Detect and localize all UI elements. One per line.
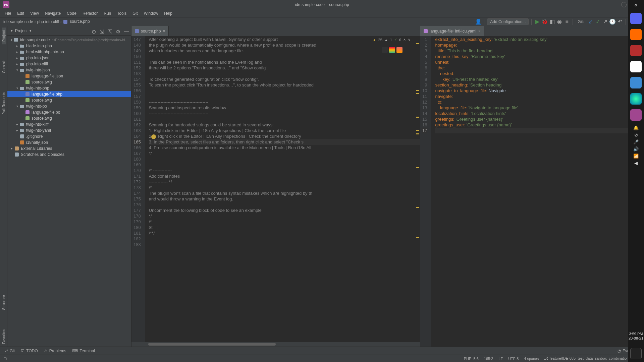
app-icon[interactable] bbox=[630, 77, 642, 88]
intention-bulb-icon[interactable] bbox=[151, 134, 156, 139]
tree-arrow-icon[interactable]: ▸ bbox=[15, 62, 19, 66]
project-tree[interactable]: ▾ide-sample-code~/PhpstormProjects/lokal… bbox=[7, 36, 131, 347]
settings-icon[interactable]: ⚙ bbox=[116, 28, 120, 33]
wifi-icon[interactable]: 📶 bbox=[633, 154, 639, 159]
inspections-widget[interactable]: ▲25 ▲1 ✓6 ∧ ∨ bbox=[373, 38, 411, 42]
collapse-all-icon[interactable]: ⇱ bbox=[108, 28, 112, 33]
editor-left[interactable]: ▲25 ▲1 ✓6 ∧ ∨ 14714814915015115215315415… bbox=[131, 36, 420, 347]
app-icon[interactable] bbox=[630, 93, 642, 105]
dropdown-icon[interactable]: ▼ bbox=[29, 29, 32, 33]
close-tab-icon[interactable]: × bbox=[163, 29, 165, 34]
tree-item[interactable]: source.twig bbox=[7, 97, 131, 103]
phpstorm-icon[interactable] bbox=[630, 109, 642, 121]
menu-window[interactable]: Window bbox=[141, 10, 161, 16]
chrome-icon[interactable] bbox=[389, 47, 395, 53]
status-position[interactable]: 165:2 bbox=[484, 357, 493, 361]
tree-item[interactable]: ▸External Libraries bbox=[7, 145, 131, 152]
terminal-tool-button[interactable]: ⌨Terminal bbox=[72, 349, 95, 353]
do-not-disturb-icon[interactable]: ⊘ bbox=[634, 132, 638, 137]
mic-icon[interactable]: 🎤 bbox=[633, 139, 639, 144]
tree-item[interactable]: ▸php-into-json bbox=[7, 55, 131, 61]
minimize-button[interactable] bbox=[621, 2, 627, 7]
tree-item[interactable]: ▸blade-into-php bbox=[7, 43, 131, 49]
menu-help[interactable]: Help bbox=[161, 10, 175, 16]
hide-icon[interactable]: — bbox=[124, 28, 128, 33]
run-icon[interactable]: ▶ bbox=[534, 19, 540, 25]
pull-requests-tool-button[interactable]: Pull Requests bbox=[2, 89, 6, 117]
editor-right[interactable]: ✔ 1234567891011121314151617 extract_into… bbox=[420, 36, 637, 347]
back-icon[interactable]: ◀ bbox=[634, 161, 638, 166]
editor-tab-yaml[interactable]: language-file+intl-icu.yaml × bbox=[420, 26, 484, 36]
menu-tools[interactable]: Tools bbox=[114, 10, 129, 16]
show-tool-windows-icon[interactable]: ▢ bbox=[3, 356, 7, 361]
menu-refactor[interactable]: Refactor bbox=[80, 10, 100, 16]
tree-item[interactable]: ▾ide-sample-code~/PhpstormProjects/lokal… bbox=[7, 37, 131, 43]
breadcrumb[interactable]: source.php bbox=[62, 19, 91, 24]
structure-tool-button[interactable]: Structure bbox=[2, 292, 6, 313]
collapse-icon[interactable]: ▼ bbox=[10, 29, 13, 33]
tree-item[interactable]: ▸html-with-php-into-po bbox=[7, 49, 131, 55]
app-icon[interactable] bbox=[630, 61, 642, 72]
tree-item[interactable]: language-file.php bbox=[7, 91, 131, 97]
git-commit-icon[interactable]: ✓ bbox=[595, 19, 601, 25]
todo-tool-button[interactable]: ☑TODO bbox=[21, 349, 38, 353]
select-opened-icon[interactable]: ⊙ bbox=[92, 28, 96, 33]
expand-all-icon[interactable]: ⇲ bbox=[100, 28, 104, 33]
tree-item[interactable]: source.twig bbox=[7, 115, 131, 121]
tree-arrow-icon[interactable]: ▾ bbox=[15, 105, 19, 108]
notifications-icon[interactable]: 🔔 bbox=[633, 125, 639, 130]
tree-arrow-icon[interactable]: ▸ bbox=[15, 123, 19, 126]
discord-icon[interactable] bbox=[630, 13, 642, 24]
status-php[interactable]: PHP: 5.6 bbox=[464, 357, 479, 361]
app-icon[interactable] bbox=[630, 29, 642, 40]
tree-arrow-icon[interactable]: ▸ bbox=[15, 129, 19, 132]
next-highlight-icon[interactable]: ∨ bbox=[408, 38, 411, 42]
add-configuration-button[interactable]: Add Configuration... bbox=[487, 18, 529, 25]
tree-item[interactable]: language-file.po bbox=[7, 109, 131, 115]
debug-icon[interactable]: 🐞 bbox=[542, 19, 548, 25]
clock[interactable]: 3:59 PM 20-08-21 bbox=[629, 332, 643, 343]
menu-edit[interactable]: Edit bbox=[14, 10, 27, 16]
commit-tool-button[interactable]: Commit bbox=[2, 58, 6, 76]
stop-icon[interactable]: ■ bbox=[564, 19, 570, 25]
tree-item[interactable]: Scratches and Consoles bbox=[7, 152, 131, 158]
tree-item[interactable]: ▸twig-into-xliff bbox=[7, 121, 131, 127]
tree-arrow-icon[interactable]: ▸ bbox=[15, 56, 19, 60]
breadcrumb[interactable]: php-into-xliff bbox=[36, 19, 60, 24]
horizontal-scrollbar[interactable] bbox=[131, 342, 420, 347]
history-icon[interactable]: 🕓 bbox=[609, 19, 615, 25]
breadcrumb[interactable]: ide-sample-code bbox=[2, 19, 35, 24]
app-icon[interactable] bbox=[630, 45, 642, 56]
tree-arrow-icon[interactable]: ▾ bbox=[9, 38, 14, 42]
tree-arrow-icon[interactable]: ▸ bbox=[15, 44, 19, 48]
close-tab-icon[interactable]: × bbox=[478, 29, 481, 34]
git-tool-button[interactable]: ⎇Git bbox=[3, 349, 15, 353]
menu-git[interactable]: Git bbox=[130, 10, 140, 16]
phpstorm-icon[interactable] bbox=[382, 47, 388, 53]
tree-item[interactable]: ▾twig-into-php bbox=[7, 85, 131, 91]
rollback-icon[interactable]: ↶ bbox=[617, 19, 623, 25]
tree-arrow-icon[interactable]: ▸ bbox=[9, 147, 14, 150]
tree-item[interactable]: ▸twig-into-yaml bbox=[7, 127, 131, 133]
user-icon[interactable]: 👤 bbox=[475, 19, 481, 25]
tree-arrow-icon[interactable]: ▸ bbox=[15, 50, 19, 54]
prev-highlight-icon[interactable]: ∧ bbox=[403, 38, 406, 42]
favorites-tool-button[interactable]: Favorites bbox=[2, 326, 6, 347]
tree-item[interactable]: .gitignore bbox=[7, 133, 131, 139]
menu-file[interactable]: File bbox=[2, 10, 14, 16]
tree-item[interactable]: ▾twig-into-po bbox=[7, 103, 131, 109]
menu-run[interactable]: Run bbox=[101, 10, 114, 16]
tree-item[interactable]: language-file.json bbox=[7, 73, 131, 79]
expand-arrow-icon[interactable]: « bbox=[635, 2, 638, 8]
project-tool-button[interactable]: Project bbox=[2, 27, 6, 44]
status-encoding[interactable]: UTF-8 bbox=[508, 357, 519, 361]
problems-tool-button[interactable]: ⚠Problems bbox=[44, 349, 66, 353]
firefox-icon[interactable] bbox=[396, 47, 402, 53]
tree-item[interactable]: source.twig bbox=[7, 79, 131, 85]
volume-icon[interactable]: 🔊 bbox=[633, 146, 639, 152]
menu-navigate[interactable]: Navigate bbox=[42, 10, 63, 16]
tree-arrow-icon[interactable]: ▾ bbox=[15, 86, 19, 90]
tree-item[interactable]: i18nally.json bbox=[7, 139, 131, 145]
status-branch[interactable]: ⎇ feature/IDE-685_test_data_sanbox_combi… bbox=[544, 356, 631, 361]
git-update-icon[interactable]: ↙ bbox=[587, 19, 593, 25]
